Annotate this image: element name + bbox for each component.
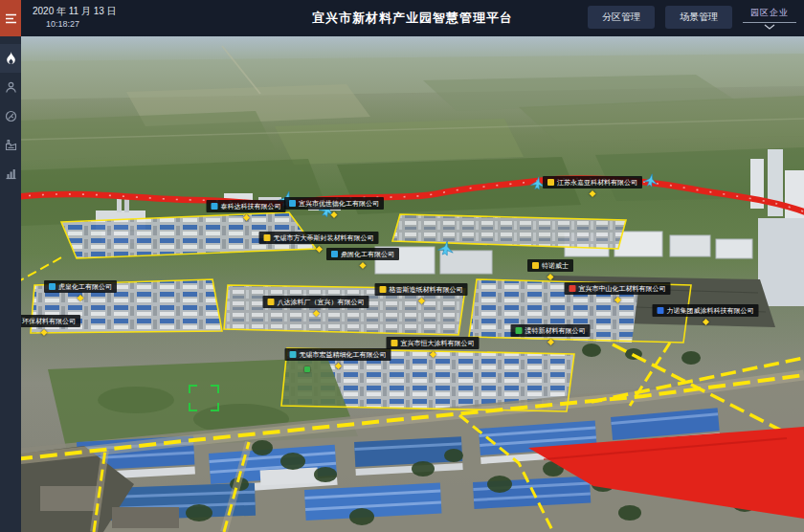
company-marker-icon [547,179,554,186]
bar-chart-icon [5,167,17,180]
company-label-text: 无锡市方大蒂斯封装材料有限公司 [274,234,374,241]
scene-management-button[interactable]: 场景管理 [665,6,732,29]
company-label-text: 泰科达科技有限公司 [221,203,281,210]
company-label-text: 虎皇化工有限公司 [58,283,112,290]
company-marker-icon [290,351,297,358]
company-marker-icon [268,299,275,305]
company-label[interactable]: 宜兴市中山化工材料有限公司 [565,282,671,295]
sidebar-item-monitor-gauge[interactable] [0,101,21,130]
green-marker-icon[interactable] [304,366,310,372]
company-label[interactable]: 八达涂料厂（宜兴）有限公司 [263,296,369,308]
chevron-down-icon [764,24,775,30]
dropdown-divider [743,22,796,23]
company-marker-icon [658,307,664,314]
company-label[interactable]: 江苏永嘉亚科材料有限公司 [543,176,642,188]
company-label-text: 环保材料有限公司 [22,318,76,324]
user-icon [5,81,17,94]
company-label-text: 宜兴市恒大涂料有限公司 [401,340,475,346]
company-label-text: 江苏永嘉亚科材料有限公司 [557,179,637,186]
company-label[interactable]: 无锡市方大蒂斯封装材料有限公司 [259,232,379,244]
company-label[interactable]: 宜兴市恒大涂料有限公司 [387,337,480,349]
current-time: 10:18:27 [46,19,79,29]
company-marker-icon [570,285,576,292]
company-label-text: 八达涂料厂（宜兴）有限公司 [278,299,365,305]
factory-icon [5,139,17,151]
sidebar-item-personnel[interactable] [0,73,21,101]
company-marker-icon [289,200,296,207]
smart-park-platform-window: 2020 年 11 月 13 日 10:18:27 宜兴市新材料产业园智慧管理平… [0,0,804,532]
left-sidebar [0,0,21,532]
park-enterprise-dropdown[interactable]: 园区企业 [743,6,796,30]
top-header-bar: 2020 年 11 月 13 日 10:18:27 宜兴市新材料产业园智慧管理平… [21,0,804,36]
company-label[interactable]: 格雷斯造纸材料有限公司 [375,283,468,296]
company-marker-icon [516,327,523,334]
company-marker-icon [331,251,338,257]
company-label[interactable]: 宜兴市优世德化工有限公司 [284,197,384,210]
sidebar-item-enterprise[interactable] [0,130,21,159]
company-label-text: 鼎固化工有限公司 [341,251,394,257]
company-label-text: 力诺集团威涂料科技有限公司 [667,307,754,314]
company-label[interactable]: 特诺威士 [527,259,573,272]
company-marker-icon [212,203,218,210]
sidebar-item-fire-alarm[interactable] [0,44,21,73]
company-label-text: 宜兴市中山化工材料有限公司 [579,285,666,292]
company-label-text: 溧特新材料有限公司 [525,327,586,334]
gauge-icon [5,110,17,122]
zone-management-button[interactable]: 分区管理 [588,6,655,29]
hamburger-icon [5,13,17,24]
company-marker-icon [264,234,271,241]
company-marker-icon [391,340,398,346]
company-label[interactable]: 环保材料有限公司 [21,315,80,327]
company-marker-icon [532,262,539,269]
company-label-text: 特诺威士 [542,262,569,269]
company-label[interactable]: 鼎固化工有限公司 [326,248,399,260]
fire-icon [5,52,17,65]
header-controls: 分区管理 场景管理 园区企业 [588,6,796,30]
company-label[interactable]: 溧特新材料有限公司 [511,324,591,337]
map-viewport[interactable]: 泰科达科技有限公司 宜兴市优世德化工有限公司 江苏永嘉亚科材料有限公司 无锡市方… [21,36,804,532]
company-label[interactable]: 虎皇化工有限公司 [44,280,117,293]
company-label-text: 宜兴市优世德化工有限公司 [299,200,379,207]
company-marker-icon [380,286,387,293]
company-marker-icon [49,283,56,290]
company-label[interactable]: 力诺集团威涂料科技有限公司 [653,304,759,317]
company-label-text: 无锡市宏益精细化工有限公司 [300,351,387,358]
sidebar-item-statistics[interactable] [0,159,21,188]
current-date: 2020 年 11 月 13 日 [33,5,117,18]
park-enterprise-dropdown-label: 园区企业 [750,7,789,19]
company-label[interactable]: 无锡市宏益精细化工有限公司 [285,348,391,361]
company-label-text: 格雷斯造纸材料有限公司 [390,286,463,293]
company-label[interactable]: 泰科达科技有限公司 [207,200,286,212]
hamburger-menu-button[interactable] [0,0,21,36]
page-title: 宜兴市新材料产业园智慧管理平台 [312,10,513,27]
